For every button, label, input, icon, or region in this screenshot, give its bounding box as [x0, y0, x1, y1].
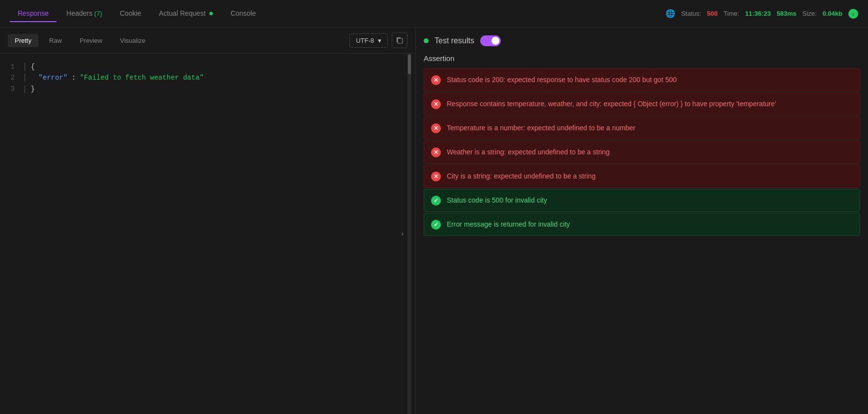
- assertion-item: ✓ Error message is returned for invalid …: [424, 213, 860, 236]
- right-panel: Test results Assertion ✕ Status code is …: [416, 28, 868, 414]
- assertion-item: ✕ Weather is a string: expected undefine…: [424, 141, 860, 164]
- assertion-list: ✕ Status code is 200: expected response …: [424, 68, 860, 236]
- assertion-fail-icon: ✕: [431, 75, 441, 85]
- test-results-header: Test results: [424, 35, 860, 46]
- format-raw-button[interactable]: Raw: [42, 34, 69, 47]
- test-results-status-dot: [424, 38, 429, 43]
- code-line-3: │ }: [23, 84, 407, 94]
- line-numbers: 1 2 3: [8, 61, 23, 406]
- assertion-item: ✕ City is a string: expected undefined t…: [424, 165, 860, 188]
- format-preview-button[interactable]: Preview: [73, 34, 109, 47]
- tab-console[interactable]: Console: [223, 5, 263, 22]
- assertion-item: ✕ Response contains temperature, weather…: [424, 92, 860, 116]
- assertion-title: Assertion: [424, 54, 860, 62]
- code-line-2: │ "error" : "Failed to fetch weather dat…: [23, 72, 407, 83]
- code-line-1: │ {: [23, 61, 407, 72]
- assertion-item: ✕ Temperature is a number: expected unde…: [424, 117, 860, 140]
- assertion-text: City is a string: expected undefined to …: [447, 171, 596, 181]
- assertion-item: ✓ Status code is 500 for invalid city: [424, 189, 860, 212]
- code-area: 1 2 3 │ { │ "error" : "Failed to fetch w…: [0, 54, 415, 414]
- assertion-text: Temperature is a number: expected undefi…: [447, 123, 636, 133]
- globe-icon: 🌐: [665, 9, 675, 18]
- assertion-fail-icon: ✕: [431, 172, 441, 181]
- assertion-item: ✕ Status code is 200: expected response …: [424, 68, 860, 91]
- test-results-toggle[interactable]: [480, 35, 501, 46]
- tab-headers[interactable]: Headers (7): [58, 5, 110, 22]
- line-marker: │: [23, 61, 27, 72]
- status-bar: 🌐 Status: 500 Time: 11:36:23 583ms Size:…: [665, 9, 858, 19]
- scrollbar-thumb[interactable]: [408, 55, 411, 74]
- svg-rect-0: [398, 38, 403, 43]
- tab-list: Response Headers (7) Cookie Actual Reque…: [10, 5, 264, 22]
- code-content: │ { │ "error" : "Failed to fetch weather…: [23, 61, 407, 406]
- assertion-text: Error message is returned for invalid ci…: [447, 219, 570, 230]
- assertion-text: Response contains temperature, weather, …: [447, 99, 776, 109]
- assertion-pass-icon: ✓: [431, 196, 441, 206]
- assertion-text: Weather is a string: expected undefined …: [447, 147, 609, 157]
- format-bar: Pretty Raw Preview Visualize UTF-8 ▾: [0, 28, 415, 54]
- actual-request-dot: [209, 12, 213, 15]
- chevron-down-icon: ▾: [378, 37, 381, 44]
- line-marker-2: │: [23, 72, 27, 83]
- collapse-panel-button[interactable]: ›: [399, 226, 406, 241]
- line-marker-3: │: [23, 84, 27, 94]
- assertion-pass-icon: ✓: [431, 220, 441, 230]
- download-button[interactable]: ↓: [848, 9, 858, 19]
- left-panel: Pretty Raw Preview Visualize UTF-8 ▾ 1 2…: [0, 28, 416, 414]
- format-pretty-button[interactable]: Pretty: [8, 34, 38, 47]
- assertion-text: Status code is 200: expected response to…: [447, 75, 677, 85]
- top-bar: Response Headers (7) Cookie Actual Reque…: [0, 0, 868, 28]
- copy-button[interactable]: [392, 32, 407, 48]
- tab-actual-request[interactable]: Actual Request: [151, 5, 221, 22]
- encoding-select[interactable]: UTF-8 ▾: [349, 33, 388, 48]
- assertion-fail-icon: ✕: [431, 123, 441, 133]
- tab-cookie[interactable]: Cookie: [112, 5, 149, 22]
- format-visualize-button[interactable]: Visualize: [113, 34, 152, 47]
- assertion-fail-icon: ✕: [431, 99, 441, 109]
- assertion-text: Status code is 500 for invalid city: [447, 195, 547, 206]
- main-content: Pretty Raw Preview Visualize UTF-8 ▾ 1 2…: [0, 28, 868, 414]
- assertion-fail-icon: ✕: [431, 148, 441, 157]
- tab-response[interactable]: Response: [10, 5, 57, 22]
